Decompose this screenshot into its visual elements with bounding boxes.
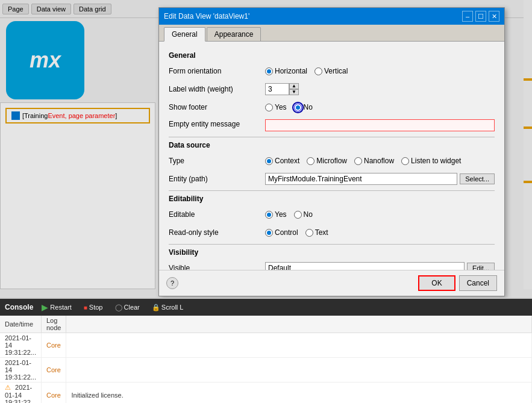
section-general-title: General [169,51,495,60]
console-content: Date/time Log node 2021-01-14 19:31:22..… [0,316,532,403]
col-message [66,316,532,333]
radio-footer-yes-input[interactable] [265,104,273,111]
form-orientation-label: Form orientation [169,67,265,75]
radio-horizontal-label: Horizontal [275,67,307,75]
radio-microflow[interactable]: Microflow [307,157,347,165]
divider-1 [169,137,495,137]
table-row: 2021-01-14 19:31:22... Core [0,333,532,358]
empty-entity-row: Empty entity message [169,119,495,132]
restart-label: Restart [50,304,71,311]
radio-footer-yes[interactable]: Yes [265,103,287,111]
radio-context-input[interactable] [265,157,273,165]
stop-label: Stop [89,304,103,311]
dialog-controls: – ☐ ✕ [462,11,499,22]
entity-label: Entity (path) [169,175,265,183]
radio-vertical-input[interactable] [315,67,322,75]
form-orientation-row: Form orientation Horizontal Vertical [169,64,495,78]
console-header-row: Date/time Log node [0,316,532,333]
type-control: Context Microflow Nanoflow Listen to wid… [265,157,495,165]
label-width-row: Label width (weight) ▲ ▼ [169,83,495,96]
radio-control-label: Control [275,228,298,237]
ok-button[interactable]: OK [418,275,455,291]
spin-buttons: ▲ ▼ [289,83,299,95]
cell-datetime: 2021-01-14 19:31:22... [0,333,42,358]
show-footer-label: Show footer [169,103,265,111]
radio-horizontal-input[interactable] [265,67,273,75]
empty-entity-input[interactable] [265,119,495,131]
cell-lognode: Core [42,333,66,358]
maximize-button[interactable]: ☐ [475,11,486,22]
cell-lognode: Core [42,383,66,404]
dialog-titlebar: Edit Data View 'dataView1' – ☐ ✕ [159,8,504,25]
radio-horizontal[interactable]: Horizontal [265,67,307,75]
radio-vertical-label: Vertical [324,67,348,75]
radio-microflow-input[interactable] [307,157,315,165]
show-footer-row: Show footer Yes No [169,101,495,114]
radio-context[interactable]: Context [265,157,299,165]
label-width-control: ▲ ▼ [265,83,495,95]
tab-general[interactable]: General [164,27,205,42]
type-label: Type [169,157,265,165]
footer-buttons: OK Cancel [418,275,497,291]
radio-nanoflow[interactable]: Nanoflow [354,157,394,165]
console-table: Date/time Log node 2021-01-14 19:31:22..… [0,316,532,403]
restart-button[interactable]: ▶ Restart [38,301,75,313]
scroll-button[interactable]: 🔒 Scroll L [148,302,187,313]
radio-footer-no[interactable]: No [294,103,313,111]
dialog-content: General Form orientation Horizontal Vert… [159,42,504,275]
help-button[interactable]: ? [166,277,178,289]
cancel-button[interactable]: Cancel [459,275,497,291]
type-row: Type Context Microflow Nanoflow Listen t… [169,154,495,167]
divider-2 [169,190,495,191]
select-button[interactable]: Select... [460,173,495,184]
stop-icon: ■ [84,304,87,311]
empty-entity-label: Empty entity message [169,119,265,128]
radio-text-label: Text [315,228,328,237]
clear-button[interactable]: ◯ Clear [111,302,143,313]
warning-icon: ⚠ [5,384,11,391]
radio-control-input[interactable] [265,229,273,237]
editable-row: Editable Yes No [169,208,495,221]
radio-editable-no-input[interactable] [294,211,302,219]
label-width-input[interactable] [265,83,289,95]
label-width-label: Label width (weight) [169,85,265,93]
radio-vertical[interactable]: Vertical [315,67,348,75]
radio-footer-no-input[interactable] [294,104,302,111]
dialog-footer: ? OK Cancel [159,270,504,296]
radio-context-label: Context [275,157,299,165]
radio-listen[interactable]: Listen to widget [401,157,461,165]
section-editability-title: Editability [169,195,495,203]
radio-text[interactable]: Text [305,228,328,237]
dialog-tabs: General Appearance [159,25,504,42]
radio-editable-yes[interactable]: Yes [265,210,287,219]
dialog-title: Edit Data View 'dataView1' [164,12,249,20]
close-button[interactable]: ✕ [489,11,499,22]
readonly-style-label: Read-only style [169,228,265,237]
radio-footer-yes-label: Yes [275,103,287,111]
radio-editable-yes-input[interactable] [265,211,273,219]
cell-message [66,333,532,358]
radio-nanoflow-input[interactable] [354,157,362,165]
radio-text-input[interactable] [305,229,313,237]
radio-editable-no[interactable]: No [294,210,313,219]
divider-3 [169,244,495,245]
editable-control: Yes No [265,210,495,219]
scroll-label: Scroll L [161,304,184,311]
radio-listen-label: Listen to widget [411,157,461,165]
spin-up-button[interactable]: ▲ [289,83,299,89]
radio-control[interactable]: Control [265,228,298,237]
radio-listen-input[interactable] [401,157,409,165]
console-header: Console ▶ Restart ■ Stop ◯ Clear 🔒 Scrol… [0,299,532,316]
tab-appearance[interactable]: Appearance [207,27,261,41]
label-width-spinner: ▲ ▼ [265,83,299,95]
section-visibility-title: Visibility [169,248,495,257]
col-datetime: Date/time [0,316,42,333]
table-row: 2021-01-14 19:31:22... Core [0,358,532,383]
spin-down-button[interactable]: ▼ [289,89,299,95]
minimize-button[interactable]: – [462,11,473,22]
entity-input[interactable] [265,173,457,185]
empty-entity-control [265,119,495,131]
scroll-icon: 🔒 [152,304,160,311]
restart-icon: ▶ [42,302,48,312]
stop-button[interactable]: ■ Stop [80,302,107,312]
